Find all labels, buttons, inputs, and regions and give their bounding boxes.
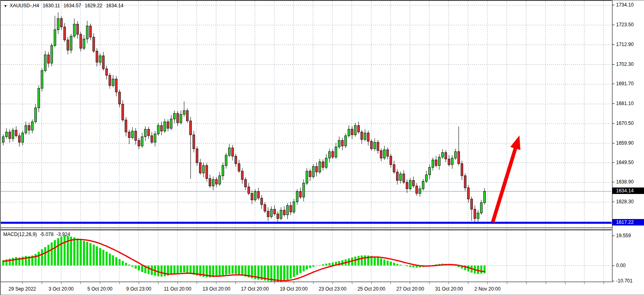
ohlc-low-value: 1629.22: [85, 3, 102, 8]
time-tick-mark: [584, 282, 585, 284]
grid-layer: [1, 1, 612, 228]
axis-tick-mark: [612, 5, 614, 5]
time-tick-mark: [158, 282, 159, 284]
time-axis-label: 2 Nov 20:00: [475, 286, 501, 292]
time-axis-label: 9 Oct 23:00: [126, 286, 151, 292]
time-tick-mark: [22, 282, 23, 284]
price-axis-label: 1681.10: [616, 101, 633, 106]
time-tick-mark: [371, 282, 372, 284]
time-tick-mark: [178, 282, 178, 284]
time-tick-mark: [235, 282, 236, 284]
time-axis-label: 11 Oct 20:00: [164, 286, 191, 292]
time-tick-mark: [468, 282, 468, 284]
axis-tick-mark: [612, 103, 614, 104]
time-axis-label: 17 Oct 20:00: [241, 286, 269, 292]
time-tick-mark: [565, 282, 566, 284]
candlestick-chart-canvas[interactable]: [1, 1, 612, 228]
time-tick-mark: [390, 282, 391, 284]
time-tick-mark: [507, 282, 507, 284]
axis-tick-mark: [612, 25, 614, 25]
time-tick-mark: [487, 282, 488, 284]
time-tick-mark: [449, 282, 449, 284]
ohlc-close-value: 1634.14: [106, 3, 123, 8]
chart-header: ▼XAUUSD-,H41630.111634.571629.221634.14: [4, 3, 127, 8]
time-axis-label: 19 Oct 20:00: [280, 286, 308, 292]
support-price-badge: 1617.22: [612, 219, 644, 225]
candles-layer[interactable]: [2, 13, 486, 223]
ohlc-high-value: 1634.57: [64, 3, 81, 8]
axis-tick-mark: [612, 44, 614, 45]
time-tick-mark: [80, 282, 81, 284]
macd-grid-layer: [1, 230, 612, 282]
price-axis-label: 1712.90: [616, 42, 633, 47]
axis-tick-mark: [612, 202, 614, 202]
time-tick-mark: [42, 282, 42, 284]
trend-arrow[interactable]: [493, 135, 520, 222]
macd-indicator-pane[interactable]: MACD(12,26,9)-5.078-3.924: [1, 229, 612, 282]
axis-tick-mark: [612, 236, 614, 236]
macd-name: MACD(12,26,9): [3, 232, 37, 237]
macd-label: MACD(12,26,9)-5.078-3.924: [3, 232, 73, 237]
chart-window: ▼XAUUSD-,H41630.111634.571629.221634.14 …: [0, 0, 644, 295]
time-tick-mark: [546, 282, 546, 284]
time-tick-mark: [119, 282, 120, 284]
price-axis-label: 1628.30: [616, 199, 633, 204]
time-tick-mark: [352, 282, 352, 284]
axis-tick-mark: [612, 162, 614, 163]
price-axis-label: 1702.30: [616, 61, 633, 67]
macd-value: -5.078: [40, 232, 53, 237]
price-axis-label: 1638.90: [616, 179, 633, 185]
macd-chart-canvas[interactable]: [1, 230, 612, 282]
price-axis-label: 1649.50: [616, 160, 633, 165]
time-axis-label: 5 Oct 20:00: [87, 286, 112, 292]
price-axis-label: 1670.50: [616, 120, 633, 126]
time-axis-label: 13 Oct 20:00: [203, 286, 231, 292]
time-axis-label: 23 Oct 23:00: [319, 286, 347, 292]
time-axis-label: 27 Oct 20:00: [396, 286, 424, 292]
time-tick-mark: [255, 282, 255, 284]
time-axis-label: 25 Oct 20:00: [358, 286, 386, 292]
main-chart-pane[interactable]: ▼XAUUSD-,H41630.111634.571629.221634.14: [1, 0, 612, 228]
macd-axis-label: 19.559: [616, 233, 631, 238]
ohlc-open-value: 1630.11: [43, 3, 60, 8]
time-tick-mark: [216, 282, 216, 284]
time-tick-mark: [410, 282, 410, 284]
price-axis-label: 1734.10: [616, 2, 633, 8]
axis-tick-mark: [612, 143, 614, 143]
price-axis[interactable]: 1734.101723.501712.901702.301691.701681.…: [612, 0, 644, 282]
time-tick-mark: [197, 282, 197, 284]
time-tick-mark: [139, 282, 139, 284]
axis-tick-mark: [612, 182, 614, 182]
axis-tick-mark: [612, 84, 614, 84]
time-axis-label: 29 Sep 2022: [8, 286, 36, 292]
time-tick-mark: [294, 282, 294, 284]
time-axis[interactable]: 29 Sep 20223 Oct 20:005 Oct 20:009 Oct 2…: [1, 282, 644, 295]
time-tick-mark: [61, 282, 61, 284]
time-tick-mark: [526, 282, 527, 284]
price-axis-label: 1659.90: [616, 140, 633, 146]
time-axis-label: 3 Oct 20:00: [49, 286, 74, 292]
current-price-badge: 1634.14: [612, 188, 644, 194]
macd-axis-label: 0.00: [616, 263, 625, 268]
price-axis-label: 1691.70: [616, 81, 633, 86]
time-tick-mark: [274, 282, 275, 284]
macd-signal-line: [3, 239, 485, 280]
time-tick-mark: [100, 282, 100, 284]
axis-tick-mark: [612, 281, 614, 281]
symbol-dropdown-icon[interactable]: ▼: [4, 4, 7, 8]
time-axis-label: 31 Oct 20:00: [435, 286, 463, 292]
price-axis-label: 1723.50: [616, 22, 633, 27]
macd-signal-value: -3.924: [56, 232, 70, 237]
time-tick-mark: [604, 282, 604, 284]
time-tick-mark: [333, 282, 333, 284]
axis-tick-mark: [612, 266, 614, 266]
axis-tick-mark: [612, 123, 614, 124]
time-tick-mark: [429, 282, 430, 284]
time-tick-mark: [313, 282, 314, 284]
axis-tick-mark: [612, 64, 614, 65]
symbol-timeframe-label[interactable]: XAUUSD-,H4: [10, 3, 39, 8]
